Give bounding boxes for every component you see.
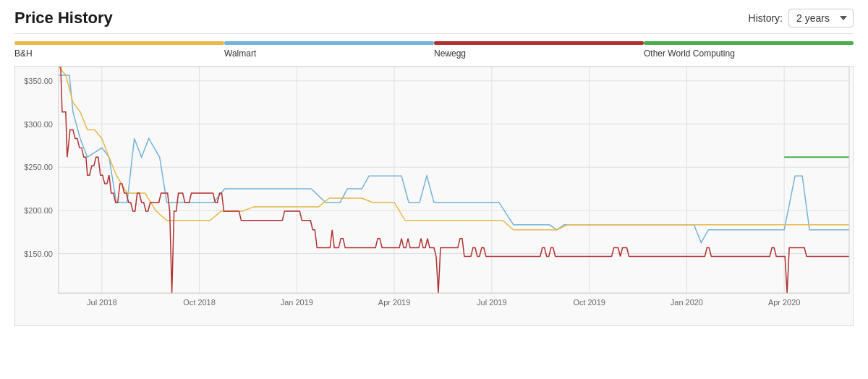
history-control: History: 1 year 2 years 3 years All [749,9,854,27]
svg-text:$150.00: $150.00 [24,250,53,258]
legend-label-owc: Other World Computing [644,47,854,59]
legend-bar-bh [14,41,224,45]
svg-text:Oct 2018: Oct 2018 [183,298,215,307]
price-chart: $350.00 $300.00 $250.00 $200.00 $150.00 … [14,66,854,326]
svg-text:Apr 2019: Apr 2019 [378,298,410,307]
legend-item-walmart: Walmart [224,41,434,59]
legend-label-bh: B&H [14,47,224,59]
legend-item-owc: Other World Computing [644,41,854,59]
history-dropdown[interactable]: 1 year 2 years 3 years All [788,9,854,27]
page-header: Price History History: 1 year 2 years 3 … [14,9,854,27]
legend-bar-owc [644,41,854,45]
svg-text:$250.00: $250.00 [24,163,53,171]
svg-text:Apr 2020: Apr 2020 [768,298,800,307]
svg-text:Jan 2019: Jan 2019 [281,298,313,307]
legend-label-newegg: Newegg [434,47,644,59]
legend-label-walmart: Walmart [224,47,434,59]
header-divider [14,33,854,34]
legend-bar-walmart [224,41,434,45]
svg-text:Jul 2018: Jul 2018 [87,298,116,307]
svg-text:Jan 2020: Jan 2020 [671,298,703,307]
legend-item-newegg: Newegg [434,41,644,59]
chart-svg: $350.00 $300.00 $250.00 $200.00 $150.00 … [15,67,853,325]
page-title: Price History [14,9,113,27]
history-label: History: [749,12,783,24]
svg-text:$350.00: $350.00 [24,77,53,85]
svg-rect-1 [15,67,853,325]
legend-item-bh: B&H [14,41,224,59]
chart-legend: B&H Walmart Newegg Other World Computing [14,41,854,59]
legend-bar-newegg [434,41,644,45]
svg-text:$300.00: $300.00 [24,120,53,129]
svg-text:Oct 2019: Oct 2019 [573,298,605,307]
svg-text:Jul 2019: Jul 2019 [477,298,506,307]
svg-text:$200.00: $200.00 [24,206,53,215]
